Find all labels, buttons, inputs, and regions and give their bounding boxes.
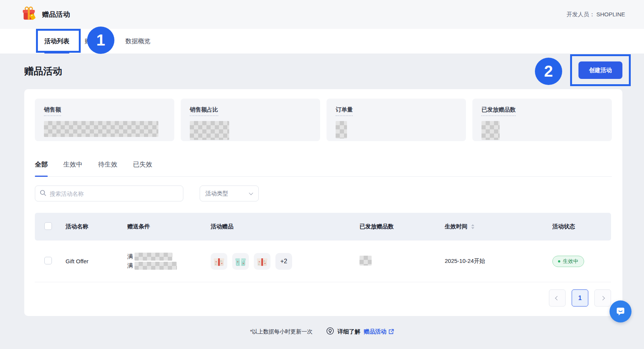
create-activity-button[interactable]: 创建活动 — [578, 61, 622, 79]
support-chat-button[interactable] — [610, 300, 631, 322]
tab-data-overview[interactable]: 数据概览 — [125, 29, 150, 53]
activity-type-select[interactable]: 活动类型 — [200, 186, 259, 201]
learn-more-label: 详细了解 — [338, 328, 360, 335]
page-1-button[interactable]: 1 — [572, 289, 588, 307]
update-note: *以上数据每小时更新一次 — [250, 328, 313, 335]
activities-table: 活动名称 赠送条件 活动赠品 已发放赠品数 生效时间 活动状态 Gift Off… — [35, 213, 611, 282]
filter-tab-all-label: 全部 — [35, 160, 48, 169]
table-row[interactable]: Gift Offer 满 满 — [35, 241, 611, 282]
gift-thumbnails: +2 — [211, 253, 360, 270]
app-title: 赠品活动 — [42, 10, 70, 19]
chevron-right-icon — [600, 296, 605, 300]
gift-thumbnails-cell: +2 — [211, 253, 360, 270]
column-gifts: 活动赠品 — [211, 223, 360, 230]
column-status: 活动状态 — [552, 223, 611, 230]
condition-prefix: 满 — [127, 253, 133, 260]
stat-card-issued-gifts: 已发放赠品数 — [472, 99, 612, 141]
gift-activity-link[interactable]: 赠品活动 — [364, 328, 394, 335]
chevron-down-icon — [249, 191, 253, 195]
gift-box-red-white-icon — [211, 253, 227, 270]
activity-name: Gift Offer — [66, 258, 127, 264]
filter-tab-active[interactable]: 生效中 — [63, 154, 83, 176]
tab-data-overview-label: 数据概览 — [125, 37, 150, 46]
condition-prefix: 满 — [127, 262, 133, 269]
app-header: 赠品活动 开发人员：SHOPLINE — [0, 0, 644, 29]
page-head: 赠品活动 创建活动 — [0, 53, 644, 89]
stat-sales-value-redacted — [44, 121, 158, 137]
row-checkbox-cell — [35, 257, 66, 266]
list-toolbar: 活动类型 — [35, 186, 612, 201]
filter-tab-pending-label: 待生效 — [98, 160, 117, 169]
gift-activity-link-label: 赠品活动 — [364, 328, 386, 335]
developer-name: SHOPLINE — [596, 11, 625, 17]
filter-tab-active-label: 生效中 — [63, 160, 83, 169]
stat-sales-label[interactable]: 销售额 — [44, 106, 61, 116]
filter-active-underline — [35, 176, 48, 177]
pagination: 1 — [549, 289, 611, 307]
filter-tab-expired-label: 已失效 — [133, 160, 152, 169]
developer-label: 开发人员： — [566, 11, 595, 17]
status-badge-label: 生效中 — [563, 258, 578, 265]
nav-tabbar: 活动列表 购 数据概览 — [0, 29, 644, 53]
issued-count-redacted — [360, 256, 372, 266]
learn-more-group: 详细了解 赠品活动 — [326, 327, 394, 336]
column-time-label: 生效时间 — [445, 223, 467, 230]
lightbulb-icon — [326, 327, 334, 336]
stat-issued-gifts-value-redacted — [481, 121, 500, 140]
page-title: 赠品活动 — [24, 65, 62, 77]
status-dot-icon — [558, 260, 560, 263]
gift-conditions: 满 满 — [127, 252, 211, 271]
row-checkbox[interactable] — [44, 257, 52, 264]
chat-bubble-icon — [614, 305, 627, 318]
stat-sales-ratio-label[interactable]: 销售额占比 — [190, 106, 218, 116]
effective-time-value: 2025-10-24开始 — [445, 258, 485, 265]
main-card: 销售额 销售额占比 订单量 已发放赠品数 全部 生效中 — [24, 89, 622, 316]
search-input[interactable] — [50, 190, 178, 197]
stat-orders-label[interactable]: 订单量 — [336, 106, 353, 116]
search-box — [35, 186, 183, 201]
effective-time: 2025-10-24开始 — [445, 258, 552, 265]
filter-tab-all[interactable]: 全部 — [35, 154, 48, 176]
next-page-button[interactable] — [594, 289, 611, 307]
issued-count-cell — [360, 256, 445, 267]
condition-line: 满 — [127, 262, 211, 270]
condition-value-redacted — [134, 262, 177, 270]
stat-orders-value-redacted — [336, 121, 347, 138]
column-condition: 赠送条件 — [127, 223, 211, 230]
prev-page-button[interactable] — [549, 289, 566, 307]
stat-card-orders: 订单量 — [327, 99, 466, 141]
tab-hidden-partial[interactable]: 购 — [84, 29, 110, 53]
column-issued: 已发放赠品数 — [360, 223, 445, 230]
stat-sales-ratio-value-redacted — [190, 121, 229, 140]
gift-logo-icon — [22, 6, 36, 23]
select-all-checkbox[interactable] — [44, 222, 52, 230]
search-icon — [40, 190, 46, 198]
more-gifts-badge[interactable]: +2 — [275, 253, 292, 270]
table-header-row: 活动名称 赠送条件 活动赠品 已发放赠品数 生效时间 活动状态 — [35, 213, 611, 241]
chevron-left-icon — [555, 296, 559, 300]
tab-activity-list-label: 活动列表 — [44, 37, 69, 46]
gift-campaign-app: 赠品活动 开发人员：SHOPLINE 活动列表 购 数据概览 赠品活动 创建活动… — [0, 0, 644, 349]
filter-tab-pending[interactable]: 待生效 — [98, 154, 117, 176]
sort-time-control[interactable] — [471, 224, 474, 229]
filter-tab-expired[interactable]: 已失效 — [133, 154, 152, 176]
stats-row: 销售额 销售额占比 订单量 已发放赠品数 — [35, 99, 612, 141]
column-name: 活动名称 — [66, 223, 127, 230]
gift-box-teal-icon — [232, 253, 249, 270]
page-footer: *以上数据每小时更新一次 详细了解 赠品活动 — [0, 327, 644, 336]
activity-type-select-value: 活动类型 — [205, 190, 228, 197]
tab-activity-list[interactable]: 活动列表 — [44, 29, 69, 53]
stat-issued-gifts-label[interactable]: 已发放赠品数 — [481, 106, 516, 116]
condition-line: 满 — [127, 253, 211, 261]
status-filter-tabs: 全部 生效中 待生效 已失效 — [35, 154, 612, 177]
stat-card-sales-ratio: 销售额占比 — [181, 99, 320, 141]
header-checkbox-cell — [35, 222, 66, 231]
column-time: 生效时间 — [445, 223, 552, 230]
status-cell: 生效中 — [552, 256, 611, 267]
external-link-icon — [388, 329, 394, 335]
gift-box-red-white-icon — [254, 253, 270, 270]
developer-info: 开发人员：SHOPLINE — [566, 11, 625, 18]
condition-value-redacted — [134, 253, 172, 261]
stat-card-sales: 销售额 — [35, 99, 174, 141]
tab-hidden-partial-label: 购 — [84, 37, 91, 46]
